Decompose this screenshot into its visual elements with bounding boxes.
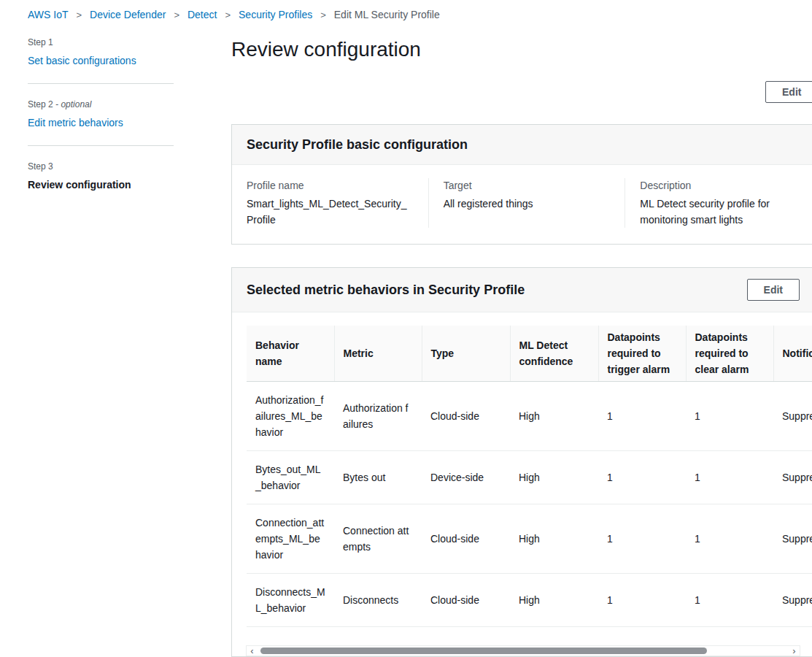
step-1-eyebrow: Step 1 <box>28 36 174 48</box>
wizard-step-2: Step 2 - optional Edit metric behaviors <box>28 99 174 129</box>
scrollbar-track[interactable] <box>258 646 789 656</box>
step-2-eyebrow: Step 2 - optional <box>28 99 174 110</box>
sidebar-item-set-basic-configurations[interactable]: Set basic configurations <box>28 54 174 67</box>
breadcrumb-link-device-defender[interactable]: Device Defender <box>90 9 166 20</box>
profile-name-label: Profile name <box>247 178 414 193</box>
table-row: Disconnects_ML_behavior Disconnects Clou… <box>247 574 812 627</box>
cell-notifications: Suppressed <box>773 382 812 451</box>
breadcrumb-link-detect[interactable]: Detect <box>187 9 217 20</box>
table-row: Bytes_out_ML_behavior Bytes out Device-s… <box>247 451 812 504</box>
edit-metric-behaviors-button[interactable]: Edit <box>747 279 800 301</box>
column-header-datapoints-trigger: Datapoints required to trigger alarm <box>598 326 686 382</box>
cell-datapoints-clear: 1 <box>686 504 773 574</box>
column-header-ml-detect-confidence: ML Detect confidence <box>510 326 598 382</box>
cell-notifications: Suppressed <box>773 504 812 574</box>
breadcrumb-separator-icon: > <box>174 9 179 20</box>
cell-behavior-name: Bytes_out_ML_behavior <box>247 451 334 504</box>
cell-metric: Disconnects <box>334 574 422 627</box>
wizard-step-3: Step 3 Review configuration <box>28 161 174 191</box>
target-label: Target <box>444 178 611 193</box>
behaviors-table-wrapper: Behavior name Metric Type ML Detect conf… <box>247 326 812 627</box>
sidebar-item-edit-metric-behaviors[interactable]: Edit metric behaviors <box>28 116 174 129</box>
breadcrumb-separator-icon: > <box>225 9 231 20</box>
edit-basic-configuration-button[interactable]: Edit <box>765 81 812 103</box>
column-header-metric: Metric <box>334 326 422 382</box>
description-field: Description ML Detect security profile f… <box>625 178 812 228</box>
cell-datapoints-trigger: 1 <box>598 451 686 504</box>
scroll-left-icon[interactable]: ‹ <box>247 646 258 656</box>
target-value: All registered things <box>444 196 611 212</box>
sidebar-divider <box>28 145 174 146</box>
page-title: Review configuration <box>231 38 421 61</box>
cell-datapoints-clear: 1 <box>686 451 773 504</box>
cell-datapoints-trigger: 1 <box>598 382 686 451</box>
profile-name-field: Profile name Smart_lights_ML_Detect_Secu… <box>247 178 428 228</box>
cell-notifications: Suppressed <box>773 451 812 504</box>
breadcrumb-separator-icon: > <box>320 9 326 20</box>
behaviors-table: Behavior name Metric Type ML Detect conf… <box>247 326 812 627</box>
table-row: Connection_attempts_ML_behavior Connecti… <box>247 504 812 574</box>
scrollbar-thumb[interactable] <box>260 648 707 654</box>
cell-datapoints-trigger: 1 <box>598 504 686 574</box>
table-horizontal-scrollbar[interactable]: ‹ › <box>246 645 800 656</box>
description-label: Description <box>640 178 807 193</box>
step-3-eyebrow: Step 3 <box>28 161 174 172</box>
metric-behaviors-card: Selected metric behaviors in Security Pr… <box>231 267 812 657</box>
breadcrumb-separator-icon: > <box>77 9 82 20</box>
breadcrumb: AWS IoT > Device Defender > Detect > Sec… <box>28 9 440 20</box>
cell-confidence: High <box>510 574 598 627</box>
column-header-type: Type <box>422 326 510 382</box>
description-value: ML Detect security profile for monitorin… <box>640 196 807 228</box>
cell-confidence: High <box>510 504 598 574</box>
cell-confidence: High <box>510 451 598 504</box>
step-2-optional-tag: - optional <box>55 99 91 110</box>
basic-configuration-card-header: Security Profile basic configuration <box>232 125 812 165</box>
cell-type: Cloud-side <box>422 504 510 574</box>
basic-configuration-card-title: Security Profile basic configuration <box>247 136 468 153</box>
column-header-notifications: Notifications <box>773 326 812 382</box>
column-header-behavior-name: Behavior name <box>247 326 334 382</box>
cell-metric: Bytes out <box>334 451 422 504</box>
edit-ml-security-profile-page: AWS IoT > Device Defender > Detect > Sec… <box>0 0 812 657</box>
cell-notifications: Suppressed <box>773 574 812 627</box>
target-field: Target All registered things <box>428 178 625 228</box>
sidebar-divider <box>28 83 174 84</box>
breadcrumb-link-aws-iot[interactable]: AWS IoT <box>28 9 69 20</box>
table-header-row: Behavior name Metric Type ML Detect conf… <box>247 326 812 382</box>
basic-configuration-card: Security Profile basic configuration Pro… <box>231 124 812 245</box>
table-row: Authorization_failures_ML_behavior Autho… <box>247 382 812 451</box>
cell-behavior-name: Disconnects_ML_behavior <box>247 574 334 627</box>
metric-behaviors-card-header: Selected metric behaviors in Security Pr… <box>232 268 812 312</box>
cell-type: Cloud-side <box>422 574 510 627</box>
cell-type: Cloud-side <box>422 382 510 451</box>
cell-datapoints-clear: 1 <box>686 382 773 451</box>
wizard-steps-sidebar: Step 1 Set basic configurations Step 2 -… <box>28 36 174 191</box>
cell-metric: Authorization failures <box>334 382 422 451</box>
column-header-datapoints-clear: Datapoints required to clear alarm <box>686 326 773 382</box>
metric-behaviors-card-title: Selected metric behaviors in Security Pr… <box>247 281 525 299</box>
cell-behavior-name: Connection_attempts_ML_behavior <box>247 504 334 574</box>
breadcrumb-current-page: Edit ML Security Profile <box>334 9 440 20</box>
basic-configuration-fields: Profile name Smart_lights_ML_Detect_Secu… <box>232 165 812 244</box>
cell-datapoints-trigger: 1 <box>598 574 686 627</box>
sidebar-item-review-configuration-current: Review configuration <box>28 178 174 191</box>
breadcrumb-link-security-profiles[interactable]: Security Profiles <box>239 9 312 20</box>
wizard-step-1: Step 1 Set basic configurations <box>28 36 174 67</box>
cell-confidence: High <box>510 382 598 451</box>
profile-name-value: Smart_lights_ML_Detect_Security_Profile <box>247 196 414 228</box>
cell-datapoints-clear: 1 <box>686 574 773 627</box>
scroll-right-icon[interactable]: › <box>789 646 800 656</box>
cell-metric: Connection attempts <box>334 504 422 574</box>
cell-type: Device-side <box>422 451 510 504</box>
cell-behavior-name: Authorization_failures_ML_behavior <box>247 382 334 451</box>
